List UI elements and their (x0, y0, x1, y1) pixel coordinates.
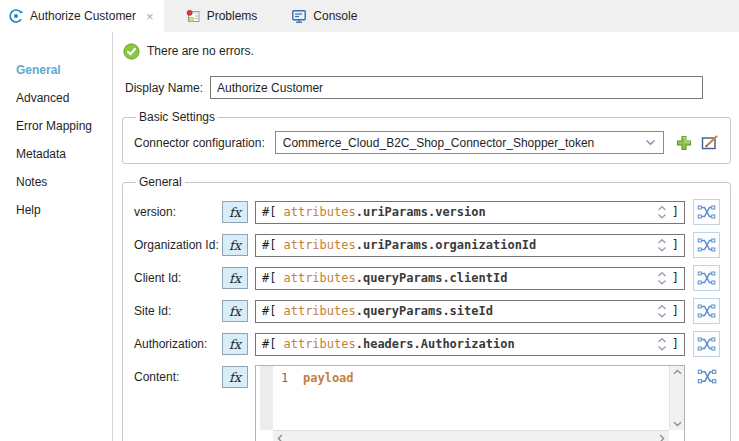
tab-problems[interactable]: Problems (186, 9, 258, 24)
expr-path: .queryParams.siteId (356, 304, 493, 318)
config-actions (675, 134, 720, 152)
tab-strip: Problems Console (164, 0, 739, 32)
edit-config-button[interactable] (701, 134, 720, 151)
field-row-content: Content: fx 1 payload (134, 365, 720, 441)
sidebar-item-advanced[interactable]: Advanced (0, 84, 112, 112)
field-row-client-id: Client Id: fx #[ attributes .queryParams… (134, 265, 720, 291)
spinner-arrows[interactable] (657, 337, 667, 352)
editor-annotation-ruler (260, 366, 273, 430)
general-legend: General (136, 175, 185, 189)
general-group: General version: fx #[ attributes .uriPa… (122, 175, 731, 441)
connector-configuration-select[interactable]: Commerce_Cloud_B2C_Shop_Connector_Shoppe… (275, 131, 664, 154)
connector-configuration-label: Connector configuration: (134, 136, 265, 150)
tab-label: Authorize Customer (30, 9, 136, 23)
fx-toggle-button[interactable]: fx (222, 201, 248, 223)
display-name-row: Display Name: (125, 76, 733, 99)
expr-open-bracket: #[ (262, 337, 276, 351)
success-check-icon (123, 43, 140, 60)
expr-open-bracket: #[ (262, 271, 276, 285)
field-label: Site Id: (134, 304, 222, 318)
basic-settings-legend: Basic Settings (136, 110, 218, 124)
tab-label: Problems (207, 9, 258, 23)
field-row-site-id: Site Id: fx #[ attributes .queryParams.s… (134, 298, 720, 324)
connector-operation-icon (8, 8, 24, 24)
fx-toggle-button[interactable]: fx (222, 300, 248, 322)
expr-keyword: attributes (283, 271, 355, 285)
properties-panel: There are no errors. Display Name: Basic… (113, 32, 739, 441)
fx-toggle-button[interactable]: fx (222, 234, 248, 256)
field-label: Content: (134, 365, 222, 384)
expression-input[interactable]: #[ attributes .uriParams.version ] (255, 201, 685, 224)
selected-option: Commerce_Cloud_B2C_Shop_Connector_Shoppe… (283, 136, 595, 150)
close-icon[interactable]: × (146, 9, 154, 24)
chevron-down-icon (645, 139, 656, 146)
expr-close-bracket: ] (672, 271, 679, 285)
vertical-scrollbar[interactable] (669, 366, 684, 430)
expression-input[interactable]: #[ attributes .queryParams.clientId ] (255, 267, 685, 290)
console-icon (291, 9, 307, 24)
expression-input[interactable]: #[ attributes .headers.Authorization ] (255, 333, 685, 356)
expr-open-bracket: #[ (262, 238, 276, 252)
expr-keyword: attributes (283, 304, 355, 318)
sidebar-item-help[interactable]: Help (0, 196, 112, 224)
dataweave-transform-button[interactable] (693, 365, 720, 386)
line-number: 1 (281, 371, 288, 385)
field-row-organization-id: Organization Id: fx #[ attributes .uriPa… (134, 232, 720, 258)
field-row-version: version: fx #[ attributes .uriParams.ver… (134, 199, 720, 225)
connector-configuration-row: Connector configuration: Commerce_Cloud_… (134, 131, 720, 154)
sidebar-item-notes[interactable]: Notes (0, 168, 112, 196)
expr-close-bracket: ] (672, 337, 679, 351)
field-label: Client Id: (134, 271, 222, 285)
fx-toggle-button[interactable]: fx (222, 366, 248, 388)
expr-close-bracket: ] (672, 304, 679, 318)
tab-console[interactable]: Console (291, 9, 357, 24)
display-name-label: Display Name: (125, 81, 203, 95)
sidebar-item-general[interactable]: General (0, 56, 112, 84)
field-label: version: (134, 205, 222, 219)
code-text: payload (303, 371, 354, 385)
dataweave-transform-button[interactable] (693, 232, 720, 258)
dataweave-transform-button[interactable] (693, 199, 720, 225)
fx-toggle-button[interactable]: fx (222, 333, 248, 355)
status-message: There are no errors. (147, 44, 254, 58)
tab-authorize-customer[interactable]: Authorize Customer × (0, 0, 164, 32)
expr-close-bracket: ] (672, 205, 679, 219)
sidebar-item-metadata[interactable]: Metadata (0, 140, 112, 168)
expr-keyword: attributes (283, 205, 355, 219)
fx-toggle-button[interactable]: fx (222, 267, 248, 289)
expr-path: .headers.Authorization (356, 337, 515, 351)
problems-icon (186, 9, 201, 24)
add-config-button[interactable] (675, 134, 693, 152)
spinner-arrows[interactable] (657, 205, 667, 220)
tab-label: Console (313, 9, 357, 23)
properties-sidebar: General Advanced Error Mapping Metadata … (0, 32, 113, 441)
spinner-arrows[interactable] (657, 238, 667, 253)
expr-close-bracket: ] (672, 238, 679, 252)
field-label: Organization Id: (134, 238, 222, 252)
expr-open-bracket: #[ (262, 304, 276, 318)
expression-input[interactable]: #[ attributes .uriParams.organizationId … (255, 234, 685, 257)
dataweave-transform-button[interactable] (693, 331, 720, 357)
expression-input[interactable]: #[ attributes .queryParams.siteId ] (255, 300, 685, 323)
dataweave-transform-button[interactable] (693, 265, 720, 291)
spinner-arrows[interactable] (657, 304, 667, 319)
expr-path: .queryParams.clientId (356, 271, 508, 285)
sidebar-item-error-mapping[interactable]: Error Mapping (0, 112, 112, 140)
expr-open-bracket: #[ (262, 205, 276, 219)
basic-settings-group: Basic Settings Connector configuration: … (122, 110, 731, 164)
display-name-input[interactable] (210, 76, 703, 99)
content-code-editor[interactable]: 1 payload (255, 365, 685, 441)
horizontal-scrollbar[interactable] (273, 430, 669, 441)
spinner-arrows[interactable] (657, 271, 667, 286)
field-row-authorization: Authorization: fx #[ attributes .headers… (134, 331, 720, 357)
validation-status: There are no errors. (123, 42, 733, 60)
expr-path: .uriParams.version (356, 205, 486, 219)
expr-keyword: attributes (283, 238, 355, 252)
editor-tab-bar: Authorize Customer × Problems (0, 0, 739, 32)
expr-path: .uriParams.organizationId (356, 238, 537, 252)
field-label: Authorization: (134, 337, 222, 351)
dataweave-transform-button[interactable] (693, 298, 720, 324)
expr-keyword: attributes (283, 337, 355, 351)
